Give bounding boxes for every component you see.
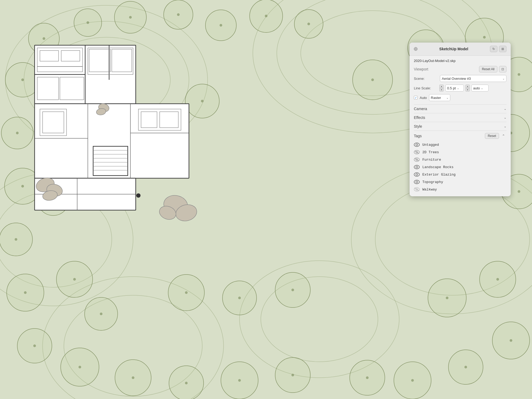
- tag-item: Exterior Glazing: [414, 171, 506, 178]
- svg-point-151: [416, 181, 418, 183]
- panel-header-icons: ↻ ⊞: [490, 46, 506, 52]
- auto-scale-value: auto: [473, 86, 480, 90]
- tag-visibility-icon[interactable]: [414, 150, 420, 155]
- tag-name: Landscape Rocks: [422, 165, 453, 169]
- file-name: 2020-LayOut-Model-v2.skp: [414, 59, 456, 63]
- scene-select[interactable]: Aerial Overview #3 ⌄: [440, 75, 506, 82]
- render-mode-chevron-icon: ⌄: [446, 96, 448, 99]
- tag-visibility-icon[interactable]: [414, 180, 420, 184]
- file-row: 2020-LayOut-Model-v2.skp: [414, 59, 506, 63]
- panel-title: SketchUp Model: [420, 47, 487, 51]
- refresh-button[interactable]: ↻: [490, 46, 497, 52]
- auto-down-btn[interactable]: ▼: [465, 88, 470, 92]
- line-scale-down-btn[interactable]: ▼: [439, 88, 444, 92]
- line-scale-chevron-icon: ⌄: [457, 87, 459, 90]
- line-scale-up-btn[interactable]: ▲: [439, 85, 444, 88]
- line-scale-value: 0.5 pt: [447, 86, 456, 90]
- reset-all-button[interactable]: Reset All: [479, 66, 497, 72]
- tag-visibility-icon[interactable]: [414, 187, 420, 192]
- panel-header: SketchUp Model ↻ ⊞: [410, 43, 511, 56]
- camera-label: Camera: [414, 107, 427, 111]
- effects-chevron-icon: ⌄: [504, 116, 506, 119]
- tags-section: Tags Reset ⌃ Untagged 2D Trees: [414, 131, 506, 193]
- tag-visibility-icon[interactable]: [414, 165, 420, 169]
- tag-name: Untagged: [422, 143, 439, 147]
- line-scale-stepper[interactable]: ▲ ▼: [439, 85, 444, 92]
- tag-visibility-icon[interactable]: [414, 142, 420, 147]
- auto-up-btn[interactable]: ▲: [465, 85, 470, 88]
- effects-label: Effects: [414, 115, 425, 120]
- line-scale-input[interactable]: 0.5 pt ⌄: [445, 85, 464, 92]
- tag-item: Walkway: [414, 186, 506, 193]
- sketchup-model-panel: SketchUp Model ↻ ⊞ 2020-LayOut-Model-v2.…: [410, 43, 511, 196]
- save-viewport-button[interactable]: ⊡: [499, 66, 506, 72]
- svg-point-146: [414, 165, 419, 169]
- viewport-row: Viewport Reset All ⊡: [414, 66, 506, 72]
- camera-section[interactable]: Camera ⌄: [414, 104, 506, 113]
- tag-item: Landscape Rocks: [414, 163, 506, 171]
- raster-select[interactable]: Raster ⌄: [429, 94, 450, 101]
- line-scale-label: Line Scale:: [414, 86, 438, 90]
- svg-point-138: [414, 143, 419, 147]
- scene-value: Aerial Overview #3: [442, 77, 471, 81]
- scene-row: Scene: Aerial Overview #3 ⌄: [414, 75, 506, 82]
- tags-reset-button[interactable]: Reset: [485, 133, 499, 139]
- render-mode-value: Raster: [431, 96, 441, 100]
- auto-checkbox[interactable]: ✓: [414, 96, 418, 99]
- tags-label: Tags: [414, 134, 422, 138]
- style-section[interactable]: Style ⌄: [414, 122, 506, 131]
- svg-point-150: [414, 180, 419, 184]
- camera-chevron-icon: ⌄: [504, 107, 506, 111]
- auto-scale-input[interactable]: auto ⌄: [471, 85, 489, 92]
- style-label: Style: [414, 124, 422, 128]
- viewport-label: Viewport: [414, 67, 428, 71]
- tags-list: Untagged 2D Trees Furniture Landscape Ro…: [414, 141, 506, 193]
- panel-close-button[interactable]: [414, 47, 418, 51]
- auto-label: Auto: [420, 96, 427, 100]
- tag-name: Topography: [422, 180, 443, 184]
- svg-point-147: [416, 166, 418, 168]
- tag-item: Topography: [414, 178, 506, 186]
- tags-controls: Reset ⌃: [485, 133, 506, 139]
- link-button[interactable]: ⊞: [499, 46, 506, 52]
- effects-section[interactable]: Effects ⌄: [414, 113, 506, 122]
- line-scale-row: Line Scale: ▲ ▼ 0.5 pt ⌄ ▲ ▼ auto ⌄: [414, 85, 506, 92]
- tags-header: Tags Reset ⌃: [414, 133, 506, 139]
- auto-scale-stepper[interactable]: ▲ ▼: [465, 85, 470, 92]
- auto-scale-chevron-icon: ⌄: [481, 87, 483, 90]
- tag-item: 2D Trees: [414, 148, 506, 156]
- tag-name: 2D Trees: [422, 150, 439, 154]
- tag-visibility-icon[interactable]: [414, 172, 420, 177]
- panel-body: 2020-LayOut-Model-v2.skp Viewport Reset …: [410, 56, 511, 196]
- style-chevron-icon: ⌄: [504, 124, 506, 128]
- tag-item: Untagged: [414, 141, 506, 148]
- scene-chevron-icon: ⌄: [502, 77, 505, 80]
- tag-item: Furniture: [414, 156, 506, 163]
- tags-collapse-button[interactable]: ⌃: [501, 133, 506, 139]
- svg-point-149: [416, 174, 418, 176]
- tag-name: Furniture: [422, 158, 441, 162]
- tag-name: Exterior Glazing: [422, 173, 456, 177]
- svg-point-139: [416, 144, 418, 146]
- tag-visibility-icon[interactable]: [414, 157, 420, 162]
- auto-row: ✓ Auto Raster ⌄: [414, 94, 506, 101]
- scene-label: Scene:: [414, 77, 438, 81]
- svg-point-148: [414, 173, 419, 176]
- tag-name: Walkway: [422, 188, 437, 192]
